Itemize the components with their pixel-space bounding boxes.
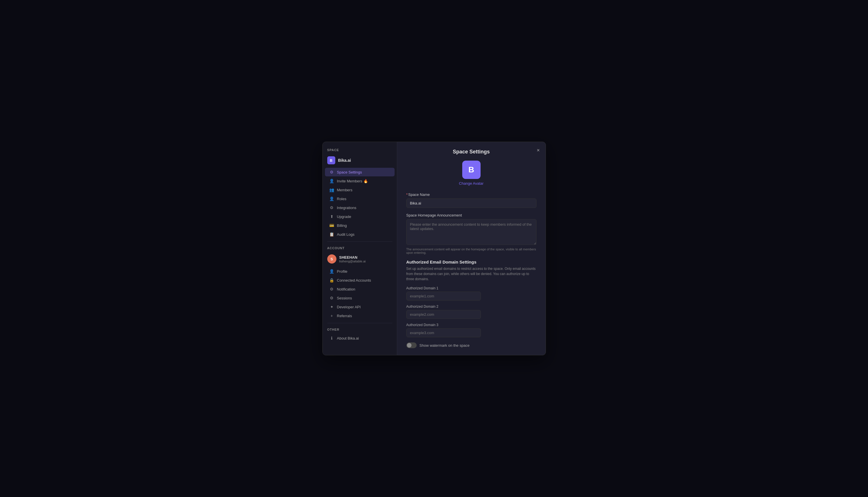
sidebar-item-roles[interactable]: 👤 Roles (325, 195, 395, 203)
sidebar-item-label: Sessions (337, 296, 352, 300)
space-logo: B (462, 160, 481, 179)
sidebar-item-label: About Bika.ai (337, 336, 359, 340)
domain1-group: Authorized Domain 1 (406, 286, 536, 300)
space-section-title: Space (323, 146, 397, 154)
sidebar-item-label: Integrations (337, 205, 356, 210)
announcement-textarea[interactable] (406, 219, 536, 245)
domain3-group: Authorized Domain 3 (406, 323, 536, 337)
api-icon: ✦ (329, 304, 334, 309)
change-avatar-link[interactable]: Change Avatar (459, 181, 484, 186)
required-star: * (406, 193, 408, 197)
sidebar-item-label: Connected Accounts (337, 278, 371, 283)
account-user: S SHEEHAN lisiheng@aitable.ai (323, 252, 397, 266)
integrations-icon: ⚙ (329, 205, 334, 210)
user-info: SHEEHAN lisiheng@aitable.ai (339, 255, 366, 263)
sidebar-item-upgrade[interactable]: ⬆ Upgrade (325, 212, 395, 221)
info-icon: ℹ (329, 336, 334, 340)
sidebar-divider (327, 241, 392, 242)
space-header: B Bika.ai (323, 154, 397, 167)
sidebar-item-notification[interactable]: ⚙ Notification (325, 285, 395, 293)
sidebar-item-invite-members[interactable]: 👤 Invite Members 🔥 (325, 177, 395, 185)
account-section-title: Account (323, 245, 397, 252)
space-name-input[interactable] (406, 198, 536, 208)
upgrade-icon: ⬆ (329, 214, 334, 219)
space-avatar-letter: B (327, 156, 335, 164)
user-avatar: S (327, 254, 336, 264)
sidebar-item-label: Referrals (337, 314, 352, 318)
announcement-label: Space Homepage Announcement (406, 213, 536, 217)
user-name: SHEEHAN (339, 255, 366, 259)
domain1-input[interactable] (406, 292, 481, 300)
domain2-input[interactable] (406, 310, 481, 319)
sidebar-item-label: Members (337, 188, 352, 192)
roles-icon: 👤 (329, 197, 334, 201)
sidebar-item-label: Notification (337, 287, 355, 292)
domain2-group: Authorized Domain 2 (406, 304, 536, 319)
notification-icon: ⚙ (329, 287, 334, 292)
sidebar-divider-2 (327, 323, 392, 323)
toggle-knob (407, 343, 412, 347)
avatar-section: B Change Avatar (406, 160, 536, 186)
domain1-label: Authorized Domain 1 (406, 286, 536, 290)
settings-icon: ⚙ (329, 170, 334, 174)
modal-title: Space Settings (406, 149, 536, 155)
sidebar-item-label: Invite Members 🔥 (337, 179, 368, 183)
referrals-icon: + (329, 313, 334, 318)
sidebar-item-connected-accounts[interactable]: 🔒 Connected Accounts (325, 276, 395, 284)
sidebar-item-label: Profile (337, 269, 348, 274)
sidebar-item-sessions[interactable]: ⚙ Sessions (325, 294, 395, 302)
email-domain-desc: Set up authorized email domains to restr… (406, 266, 536, 282)
sidebar-item-label: Audit Logs (337, 232, 354, 237)
sidebar-item-space-settings[interactable]: ⚙ Space Settings (325, 168, 395, 176)
domain3-input[interactable] (406, 328, 481, 337)
sidebar: Space B Bika.ai ⚙ Space Settings 👤 Invit… (323, 142, 397, 355)
sidebar-item-billing[interactable]: 💳 Billing (325, 221, 395, 230)
audit-icon: 📋 (329, 232, 334, 237)
space-name-group: *Space Name (406, 193, 536, 208)
sidebar-item-label: Upgrade (337, 214, 351, 219)
other-section-title: Other (323, 326, 397, 333)
invite-icon: 👤 (329, 179, 334, 183)
sidebar-item-label: Billing (337, 223, 347, 228)
sidebar-item-profile[interactable]: 👤 Profile (325, 267, 395, 275)
space-name-label: *Space Name (406, 193, 536, 197)
sidebar-item-label: Space Settings (337, 170, 362, 174)
sidebar-item-referrals[interactable]: + Referrals (325, 311, 395, 320)
sidebar-item-label: Roles (337, 197, 347, 201)
profile-icon: 👤 (329, 269, 334, 274)
members-icon: 👥 (329, 187, 334, 192)
sidebar-item-members[interactable]: 👥 Members (325, 186, 395, 194)
sidebar-item-integrations[interactable]: ⚙ Integrations (325, 203, 395, 212)
watermark-row: Show watermark on the space (406, 342, 536, 348)
user-email: lisiheng@aitable.ai (339, 259, 366, 263)
watermark-label: Show watermark on the space (420, 343, 470, 347)
domain2-label: Authorized Domain 2 (406, 304, 536, 309)
watermark-toggle[interactable] (406, 342, 417, 348)
announcement-group: Space Homepage Announcement The announce… (406, 213, 536, 254)
email-domain-title: Authorized Email Domain Settings (406, 259, 536, 265)
main-content: × Space Settings B Change Avatar *Space … (397, 142, 546, 355)
sessions-icon: ⚙ (329, 296, 334, 300)
sidebar-item-about[interactable]: ℹ About Bika.ai (325, 334, 395, 342)
modal-overlay: Space B Bika.ai ⚙ Space Settings 👤 Invit… (0, 0, 868, 497)
domain3-label: Authorized Domain 3 (406, 323, 536, 327)
settings-modal: Space B Bika.ai ⚙ Space Settings 👤 Invit… (322, 142, 546, 355)
announcement-hint: The announcement content will appear on … (406, 247, 536, 254)
lock-icon: 🔒 (329, 278, 334, 283)
sidebar-item-label: Developer API (337, 305, 361, 309)
space-name-label: Bika.ai (338, 158, 351, 162)
sidebar-item-audit-logs[interactable]: 📋 Audit Logs (325, 230, 395, 239)
sidebar-item-developer-api[interactable]: ✦ Developer API (325, 302, 395, 311)
billing-icon: 💳 (329, 223, 334, 228)
close-button[interactable]: × (535, 146, 541, 154)
